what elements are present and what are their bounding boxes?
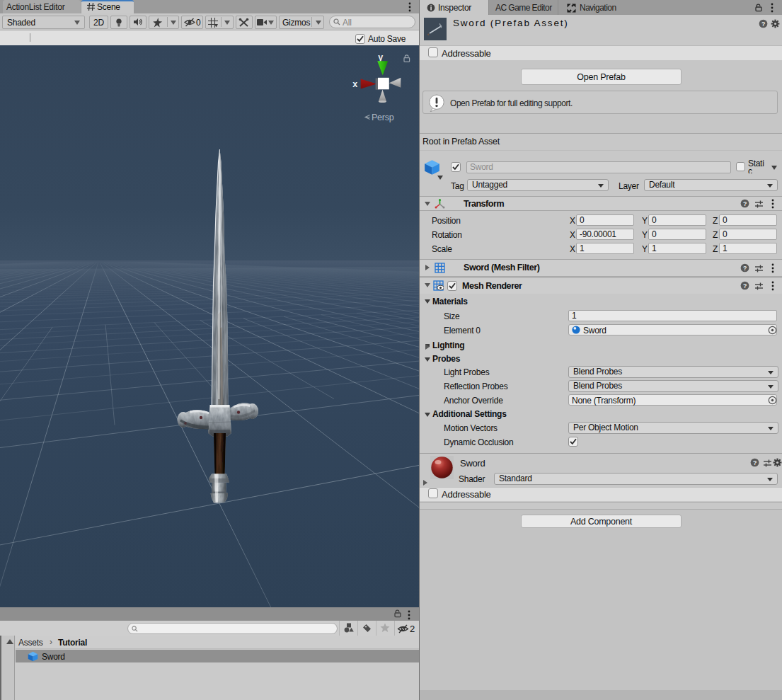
svg-text:?: ? xyxy=(761,21,765,28)
svg-text:?: ? xyxy=(753,459,757,466)
svg-text:x: x xyxy=(352,79,357,89)
svg-text:y: y xyxy=(378,52,383,62)
svg-text:Persp: Persp xyxy=(372,113,394,122)
svg-text:?: ? xyxy=(743,265,747,272)
svg-text:?: ? xyxy=(743,282,747,289)
svg-text:?: ? xyxy=(743,200,747,207)
